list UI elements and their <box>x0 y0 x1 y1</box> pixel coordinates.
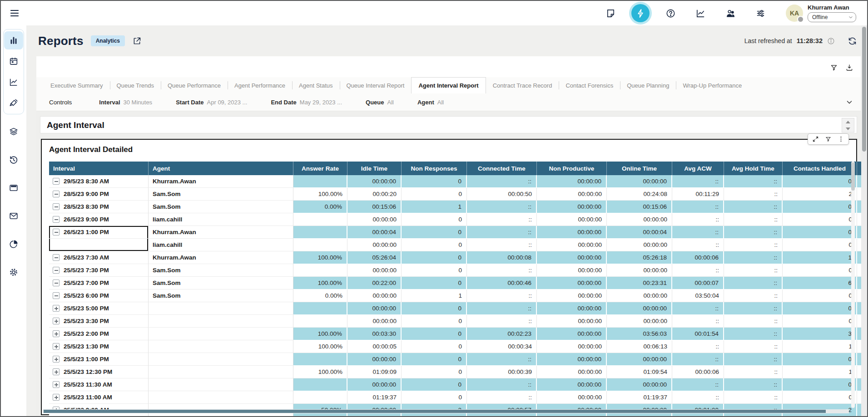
metric-cell[interactable] <box>293 264 347 277</box>
metric-cell[interactable]: 00:03:30 <box>347 328 402 340</box>
column-header-contacts-handled[interactable]: Contacts Handled <box>783 162 857 175</box>
scroll-down-button[interactable] <box>842 125 854 132</box>
agent-cell[interactable]: liam.cahill <box>149 213 293 226</box>
collapse-toggle-icon[interactable] <box>53 267 60 274</box>
info-icon[interactable] <box>827 37 835 45</box>
collapse-toggle-icon[interactable] <box>53 280 60 286</box>
metric-cell[interactable]: 00:00:00 <box>607 353 672 366</box>
filter-icon[interactable] <box>830 64 838 72</box>
expand-toggle-icon[interactable] <box>53 343 60 350</box>
interval-cell[interactable]: 26/5/23 7:30 AM <box>49 251 149 264</box>
topbar-note-button[interactable] <box>601 4 620 22</box>
expand-toggle-icon[interactable] <box>53 394 60 401</box>
interval-cell[interactable]: 25/5/23 3:30 PM <box>49 315 149 328</box>
metric-cell[interactable]: 6 <box>783 277 857 289</box>
metric-cell[interactable]: 0 <box>402 353 467 366</box>
metric-cell[interactable]: 03:50:04 <box>672 289 724 302</box>
metric-cell[interactable]: 0 <box>402 328 467 340</box>
collapse-toggle-icon[interactable] <box>53 191 60 197</box>
metric-cell[interactable]: 00:00:00 <box>537 277 607 289</box>
metric-cell[interactable]: 00:00:34 <box>467 340 537 353</box>
topbar-lightning-button[interactable] <box>631 4 650 22</box>
expand-toggle-icon[interactable] <box>53 305 60 312</box>
metric-cell[interactable] <box>293 353 347 366</box>
column-header-non-responses[interactable]: Non Responses <box>402 162 467 175</box>
metric-cell[interactable]: 00:00:00 <box>347 315 402 328</box>
metric-cell[interactable]: 2 <box>783 188 857 201</box>
sidebar-item-window[interactable] <box>3 179 24 197</box>
metric-cell[interactable]: :: <box>724 366 783 378</box>
agent-cell[interactable]: Khurram.Awan <box>149 175 293 188</box>
interval-cell[interactable]: 26/5/23 1:00 PM <box>49 226 149 239</box>
horizontal-scroll-thumb[interactable] <box>44 410 826 413</box>
metric-cell[interactable]: :: <box>724 188 783 201</box>
agent-cell[interactable]: Sam.Som <box>149 264 293 277</box>
metric-cell[interactable]: 00:24:08 <box>607 188 672 201</box>
avatar[interactable]: KA <box>786 5 803 22</box>
metric-cell[interactable]: 00:15:06 <box>607 201 672 213</box>
metric-cell[interactable]: 00:00:00 <box>537 328 607 340</box>
agent-cell[interactable] <box>149 391 293 404</box>
metric-cell[interactable] <box>293 239 347 251</box>
column-header-online-time[interactable]: Online Time <box>607 162 672 175</box>
column-header-connected-time[interactable]: Connected Time <box>467 162 537 175</box>
metric-cell[interactable]: 00:00:00 <box>607 264 672 277</box>
tab-agent-status[interactable]: Agent Status <box>292 77 339 93</box>
metric-cell[interactable]: 0 <box>783 353 857 366</box>
metric-cell[interactable]: 00:00:07 <box>672 277 724 289</box>
metric-cell[interactable]: 01:09:09 <box>347 366 402 378</box>
metric-cell[interactable]: 00:06:13 <box>607 340 672 353</box>
metric-cell[interactable]: 00:00:50 <box>467 188 537 201</box>
interval-cell[interactable]: 25/5/23 7:30 PM <box>49 264 149 277</box>
tab-contact-forensics[interactable]: Contact Forensics <box>559 77 620 93</box>
column-header-non-productive[interactable]: Non Productive <box>537 162 607 175</box>
agent-cell[interactable] <box>149 328 293 340</box>
sidebar-item-layers[interactable] <box>3 123 24 141</box>
metric-cell[interactable]: 00:00:00 <box>537 289 607 302</box>
metric-cell[interactable]: :: <box>724 315 783 328</box>
metric-cell[interactable]: :: <box>467 264 537 277</box>
vertical-scroll-thumb[interactable] <box>851 162 855 191</box>
agent-cell[interactable] <box>149 302 293 315</box>
hamburger-menu-icon[interactable] <box>9 8 20 19</box>
metric-cell[interactable]: 00:00:04 <box>347 226 402 239</box>
metric-cell[interactable]: 0 <box>402 264 467 277</box>
metric-cell[interactable]: 100.00% <box>293 328 347 340</box>
metric-cell[interactable] <box>293 315 347 328</box>
metric-cell[interactable]: :: <box>467 289 537 302</box>
sidebar-item-brush[interactable] <box>4 94 23 112</box>
metric-cell[interactable]: :: <box>672 302 724 315</box>
interval-cell[interactable] <box>49 239 149 251</box>
expand-toggle-icon[interactable] <box>53 368 60 375</box>
metric-cell[interactable]: :: <box>724 302 783 315</box>
sidebar-item-gear[interactable] <box>3 263 24 281</box>
agent-cell[interactable]: Sam.Som <box>149 289 293 302</box>
page-scrollbar[interactable] <box>861 25 867 416</box>
column-header-answer-rate[interactable]: Answer Rate <box>293 162 347 175</box>
interval-cell[interactable]: 25/5/23 11:00 AM <box>49 391 149 404</box>
control-queue[interactable]: QueueAll <box>366 99 394 106</box>
agent-cell[interactable]: liam.cahill <box>149 239 293 251</box>
metric-cell[interactable]: :: <box>724 289 783 302</box>
metric-cell[interactable]: 0 <box>402 213 467 226</box>
metric-cell[interactable]: 03:56:03 <box>607 328 672 340</box>
metric-cell[interactable]: 100.00% <box>293 277 347 289</box>
metric-cell[interactable]: 0.00% <box>293 201 347 213</box>
metric-cell[interactable]: 3 <box>783 328 857 340</box>
metric-cell[interactable]: :: <box>467 315 537 328</box>
metric-cell[interactable]: 00:15:06 <box>347 201 402 213</box>
tab-agent-interval-report[interactable]: Agent Interval Report <box>411 77 486 94</box>
agent-cell[interactable] <box>149 340 293 353</box>
interval-cell[interactable]: 25/5/23 1:00 PM <box>49 353 149 366</box>
metric-cell[interactable]: 00:00:00 <box>347 175 402 188</box>
agent-cell[interactable]: Khurram.Awan <box>149 251 293 264</box>
expand-toggle-icon[interactable] <box>53 330 60 337</box>
metric-cell[interactable]: 00:00:00 <box>537 239 607 251</box>
metric-cell[interactable]: :: <box>724 328 783 340</box>
topbar-line-chart-button[interactable] <box>691 4 709 22</box>
metric-cell[interactable]: 0 <box>783 378 857 391</box>
metric-cell[interactable]: :: <box>672 201 724 213</box>
tab-wrap-up-performance[interactable]: Wrap-Up Performance <box>676 77 749 93</box>
agent-cell[interactable]: Sam.Som <box>149 201 293 213</box>
metric-cell[interactable]: 05:26:04 <box>347 251 402 264</box>
